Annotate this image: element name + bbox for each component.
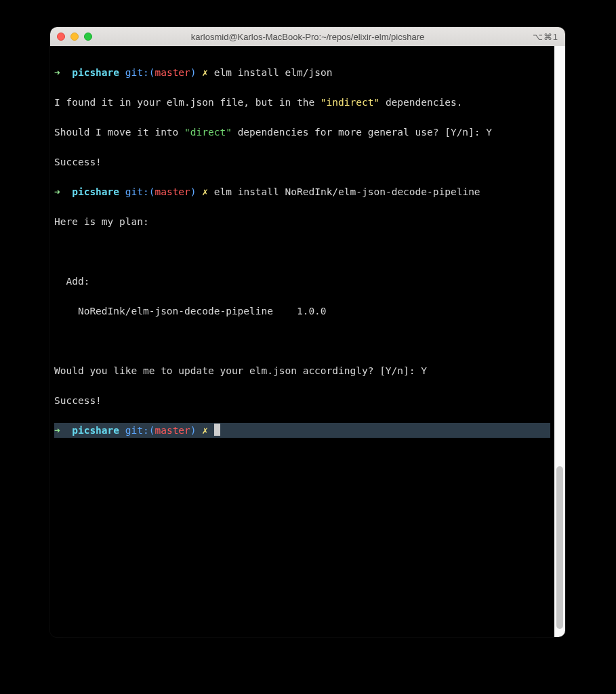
prompt-branch: master	[155, 425, 190, 436]
prompt-line-current[interactable]: ➜ picshare git:(master) ✗	[54, 423, 550, 438]
prompt-git-open: git:(	[125, 186, 155, 197]
prompt-dir: picshare	[72, 67, 119, 78]
prompt-arrow-icon: ➜	[54, 67, 60, 78]
minimize-icon[interactable]	[70, 33, 79, 41]
prompt-arrow-icon: ➜	[54, 425, 60, 436]
window-title: karlosmid@Karlos-MacBook-Pro:~/repos/eli…	[50, 32, 565, 42]
prompt-dirty-icon: ✗	[202, 425, 208, 436]
output-line: Would you like me to update your elm.jso…	[54, 363, 550, 378]
output-line: Should I move it into "direct" dependenc…	[54, 125, 550, 140]
terminal-output[interactable]: ➜ picshare git:(master) ✗ elm install el…	[50, 46, 554, 637]
output-success: Success!	[54, 393, 550, 408]
output-success: Success!	[54, 155, 550, 169]
prompt-line-2: ➜ picshare git:(master) ✗ elm install No…	[54, 184, 550, 199]
prompt-dirty-icon: ✗	[202, 67, 208, 78]
close-icon[interactable]	[57, 33, 65, 41]
output-line: I found it in your elm.json file, but in…	[54, 95, 550, 110]
cursor	[214, 424, 220, 436]
prompt-dirty-icon: ✗	[202, 186, 208, 197]
prompt-branch: master	[155, 67, 190, 78]
window-controls	[57, 33, 92, 41]
string-literal: "direct"	[184, 127, 232, 138]
text: dependencies.	[379, 97, 462, 108]
string-literal: "indirect"	[321, 97, 379, 108]
titlebar[interactable]: karlosmid@Karlos-MacBook-Pro:~/repos/eli…	[50, 27, 565, 46]
text: dependencies for more general use? [Y/n]…	[232, 127, 492, 138]
blank-line	[54, 244, 550, 259]
prompt-git-close: )	[190, 67, 197, 78]
scrollbar[interactable]	[554, 46, 565, 637]
prompt-git-open: git:(	[125, 67, 155, 78]
output-line: NoRedInk/elm-json-decode-pipeline 1.0.0	[54, 304, 550, 319]
prompt-git-close: )	[190, 425, 197, 436]
prompt-branch: master	[155, 186, 190, 197]
command-1: elm install elm/json	[214, 67, 333, 78]
blank-line	[54, 333, 550, 348]
scrollbar-thumb[interactable]	[556, 466, 563, 629]
output-line: Add:	[54, 274, 550, 289]
terminal-window: karlosmid@Karlos-MacBook-Pro:~/repos/eli…	[50, 27, 565, 637]
prompt-git-close: )	[190, 186, 197, 197]
output-line: Here is my plan:	[54, 214, 550, 229]
command-2: elm install NoRedInk/elm-json-decode-pip…	[214, 186, 480, 197]
prompt-git-open: git:(	[125, 425, 155, 436]
text: I found it in your elm.json file, but in…	[54, 97, 321, 108]
terminal-body: ➜ picshare git:(master) ✗ elm install el…	[50, 46, 565, 637]
maximize-icon[interactable]	[84, 33, 92, 41]
text: Should I move it into	[54, 127, 184, 138]
prompt-dir: picshare	[72, 425, 119, 436]
window-shortcut: ⌥⌘1	[533, 32, 558, 42]
prompt-dir: picshare	[72, 186, 119, 197]
prompt-arrow-icon: ➜	[54, 186, 60, 197]
prompt-line-1: ➜ picshare git:(master) ✗ elm install el…	[54, 65, 550, 80]
stage: karlosmid@Karlos-MacBook-Pro:~/repos/eli…	[0, 0, 616, 694]
